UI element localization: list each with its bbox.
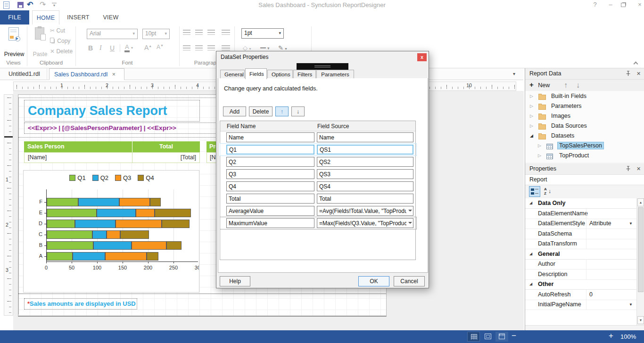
dialog-tab-options[interactable]: Options: [267, 70, 293, 79]
category-expander-icon[interactable]: ◢: [529, 201, 532, 205]
collapsed-icon[interactable]: ▷: [530, 104, 533, 108]
help-button-dialog[interactable]: Help: [220, 276, 250, 286]
ribbon-tab-insert[interactable]: INSERT: [63, 10, 93, 24]
align-right-icon[interactable]: [207, 30, 215, 35]
help-button[interactable]: ?: [590, 1, 600, 8]
font-family-combobox[interactable]: Arial ▾: [87, 29, 138, 39]
tree-item-images[interactable]: ▷Images: [525, 112, 644, 122]
property-value[interactable]: 0: [586, 290, 636, 300]
preview-button[interactable]: Preview: [4, 26, 25, 59]
bar-segment-Q3[interactable]: [107, 230, 120, 239]
scroll-up-icon[interactable]: ▲: [637, 198, 644, 206]
bar-segment-Q2[interactable]: [78, 198, 119, 206]
property-value[interactable]: [586, 229, 636, 239]
move-up-tree-icon[interactable]: ↑: [564, 81, 568, 90]
border-color-button[interactable]: ✎ ▾: [278, 44, 287, 51]
bar-segment-Q4[interactable]: [162, 220, 190, 228]
property-row-initialpagename[interactable]: InitialPageName▼: [525, 300, 636, 310]
restore-button[interactable]: [621, 3, 626, 7]
field-source-input[interactable]: [317, 157, 413, 167]
ok-button[interactable]: OK: [358, 276, 389, 286]
toggle-ruler-button[interactable]: [495, 332, 508, 342]
property-row-description[interactable]: Description: [525, 270, 636, 280]
dataset-properties-dialog[interactable]: DataSet Properties x GeneralFieldsOption…: [216, 51, 429, 288]
property-row-dataelementname[interactable]: DataElementName: [525, 209, 636, 219]
ribbon-tab-file[interactable]: FILE: [0, 10, 29, 24]
bar-segment-Q1[interactable]: [47, 230, 92, 239]
copy-button[interactable]: Copy: [50, 38, 70, 44]
field-name-input[interactable]: [226, 218, 314, 228]
pin-icon-2[interactable]: [626, 166, 631, 172]
bar-segment-Q3[interactable]: [136, 209, 155, 217]
dialog-tab-general[interactable]: General: [220, 70, 245, 79]
property-category[interactable]: ◢Other: [525, 279, 636, 290]
field-source-input[interactable]: [317, 145, 413, 155]
footnote-textbox[interactable]: *Sales amounts are displayed in USD: [24, 298, 137, 310]
shrink-font-button[interactable]: A▼: [157, 44, 164, 50]
minimize-button[interactable]: –: [605, 1, 616, 8]
field-name-input[interactable]: [226, 206, 314, 216]
bar-segment-Q4[interactable]: [166, 241, 182, 250]
bar-segment-Q3[interactable]: [116, 220, 162, 228]
category-expander-icon[interactable]: ◢: [529, 282, 532, 286]
bar-segment-Q4[interactable]: [155, 209, 191, 217]
category-expander-icon[interactable]: ◢: [529, 252, 532, 256]
bar-segment-Q2[interactable]: [93, 241, 132, 250]
scroll-down-icon[interactable]: ▼: [637, 316, 644, 324]
bar-segment-Q3[interactable]: [105, 252, 146, 261]
categorized-view-button[interactable]: [529, 186, 540, 197]
font-color-button[interactable]: A ▾: [124, 43, 133, 50]
border-width-combobox[interactable]: 1pt ▾: [241, 28, 284, 39]
italic-button[interactable]: I: [99, 44, 102, 52]
doc-tab-2[interactable]: Sales Dashboard.rdl ×: [49, 68, 124, 80]
combo-dropdown-icon[interactable]: [408, 210, 412, 212]
property-row-autorefresh[interactable]: AutoRefresh0: [525, 290, 636, 300]
sales-table-header-total[interactable]: Total: [132, 141, 200, 152]
border-style-button[interactable]: — ▾: [260, 44, 269, 51]
close-panel-icon[interactable]: ✕: [636, 71, 641, 77]
bar-segment-Q2[interactable]: [73, 252, 105, 261]
bar-segment-Q2[interactable]: [92, 230, 107, 239]
delete-field-button[interactable]: Delete: [249, 106, 272, 116]
field-source-input[interactable]: [317, 194, 413, 204]
collapse-ribbon-icon[interactable]: [634, 62, 638, 66]
property-row-author[interactable]: Author: [525, 259, 636, 270]
property-value[interactable]: [586, 209, 636, 219]
font-size-combobox[interactable]: 10pt ▾: [142, 29, 170, 39]
field-name-input[interactable]: [226, 132, 314, 142]
bar-segment-Q4[interactable]: [150, 198, 161, 206]
chart[interactable]: Q1Q2Q3Q4050100150200250300ABCDEF: [23, 170, 199, 293]
bar-segment-Q4[interactable]: [147, 252, 158, 261]
tablist-dropdown-icon[interactable]: ▾: [513, 71, 515, 76]
bar-segment-Q2[interactable]: [97, 209, 136, 217]
toggle-grid-button[interactable]: [467, 332, 480, 342]
dialog-tab-fields[interactable]: Fields: [245, 68, 267, 79]
dropdown-icon[interactable]: ▼: [629, 302, 633, 307]
collapsed-icon[interactable]: ▷: [530, 123, 533, 128]
grow-font-button[interactable]: A▲: [144, 44, 152, 51]
tree-item-parameters[interactable]: ▷Parameters: [525, 102, 644, 112]
doc-tab-1[interactable]: Untitled1.rdl: [4, 68, 47, 80]
cut-button[interactable]: ✂ Cut: [50, 27, 65, 34]
align-bottom-icon[interactable]: [207, 45, 215, 50]
field-source-combobox[interactable]: [317, 206, 413, 216]
property-value[interactable]: [586, 270, 636, 279]
tree-item-built-in-fields[interactable]: ▷Built-in Fields: [525, 92, 644, 102]
property-row-dataelementstyle[interactable]: DataElementStyleAttribute▼: [525, 219, 636, 229]
add-field-button[interactable]: Add: [223, 106, 246, 116]
property-row-dataschema[interactable]: DataSchema: [525, 229, 636, 239]
decrease-indent-icon[interactable]: [222, 30, 230, 35]
property-category[interactable]: ◢Data Only: [525, 198, 636, 209]
bar-segment-Q1[interactable]: [47, 198, 78, 206]
bar-segment-Q1[interactable]: [47, 209, 97, 217]
zoom-out-button[interactable]: −: [512, 331, 516, 341]
property-row-datatransform[interactable]: DataTransform: [525, 239, 636, 249]
sales-table[interactable]: Sales Person Total [Name] [Total]: [24, 141, 200, 163]
property-value[interactable]: [586, 259, 636, 269]
move-down-button[interactable]: ↓: [291, 106, 305, 116]
bar-segment-Q1[interactable]: [47, 252, 73, 261]
close-button[interactable]: ×: [635, 1, 644, 8]
field-source-input[interactable]: [317, 132, 413, 142]
paste-button[interactable]: Paste: [31, 26, 49, 59]
collapsed-icon[interactable]: ▷: [530, 114, 533, 118]
